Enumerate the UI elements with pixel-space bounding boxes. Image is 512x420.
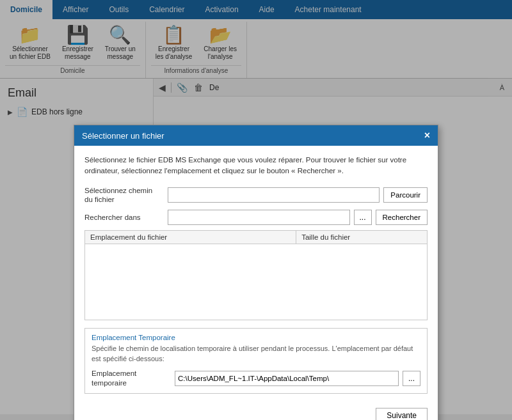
- browse-button[interactable]: Parcourir: [383, 187, 428, 203]
- temp-section-desc: Spécifie le chemin de localisation tempo…: [92, 344, 420, 364]
- search-in-input[interactable]: [168, 210, 350, 225]
- temp-section-title: Emplacement Temporaire: [92, 334, 420, 341]
- next-button[interactable]: Suivante: [376, 408, 428, 414]
- dialog-body: Sélectionnez le fichier EDB MS Exchange …: [74, 146, 438, 403]
- search-in-row: Rechercher dans ... Rechercher: [84, 210, 428, 225]
- path-label: Sélectionnez chemin du fichier: [84, 186, 168, 205]
- dialog-title: Sélectionner un fichier: [82, 131, 164, 141]
- temp-input[interactable]: [175, 371, 399, 386]
- search-in-label: Rechercher dans: [84, 213, 168, 222]
- file-list-body[interactable]: [84, 244, 428, 320]
- path-input[interactable]: [168, 187, 380, 203]
- col-location: Emplacement du fichier: [85, 231, 296, 244]
- dialog-footer: Suivante: [74, 403, 438, 414]
- search-browse-button[interactable]: ...: [354, 210, 372, 225]
- file-list-section: Emplacement du fichier Taille du fichier: [84, 230, 428, 320]
- temp-section: Emplacement Temporaire Spécifie le chemi…: [84, 328, 428, 394]
- file-list-header: Emplacement du fichier Taille du fichier: [84, 230, 428, 244]
- temp-label: Emplacement temporaire: [92, 369, 175, 388]
- temp-row: Emplacement temporaire ...: [92, 369, 420, 388]
- search-button[interactable]: Rechercher: [376, 210, 428, 225]
- dialog-close-button[interactable]: ×: [424, 130, 430, 141]
- path-row: Sélectionnez chemin du fichier Parcourir: [84, 186, 428, 205]
- temp-browse-button[interactable]: ...: [403, 371, 420, 386]
- dialog-titlebar: Sélectionner un fichier ×: [74, 125, 438, 146]
- dialog-description: Sélectionnez le fichier EDB MS Exchange …: [84, 155, 428, 177]
- select-file-dialog: Sélectionner un fichier × Sélectionnez l…: [74, 125, 438, 414]
- col-size: Taille du fichier: [296, 231, 427, 244]
- dialog-overlay: Sélectionner un fichier × Sélectionnez l…: [0, 0, 512, 414]
